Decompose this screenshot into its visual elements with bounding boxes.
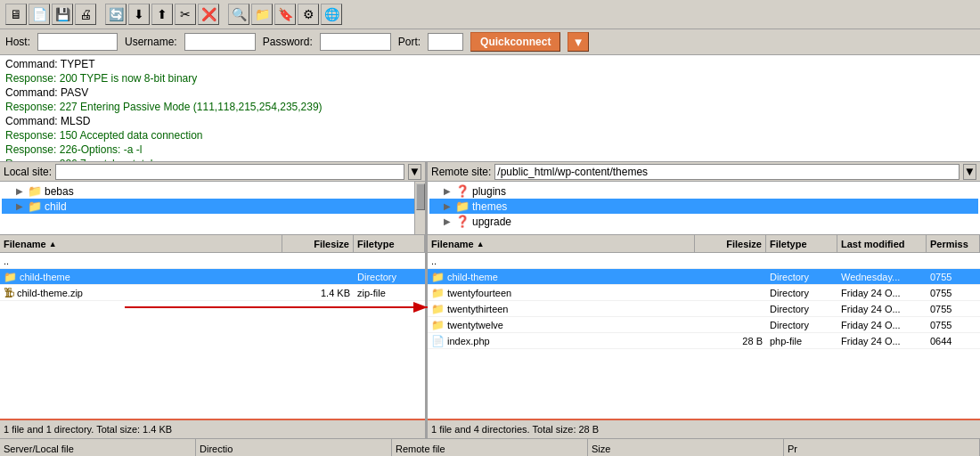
log-line-6: Response: 150 Accepted data connection bbox=[5, 128, 975, 142]
folder-icon: 📁 bbox=[455, 200, 470, 213]
toolbar-btn-up[interactable]: ⬆ bbox=[151, 4, 173, 25]
remote-file-pm: 0755 bbox=[927, 304, 980, 314]
log-area: Command: TYPET Response: 200 TYPE is now… bbox=[0, 55, 980, 162]
local-file-name: .. bbox=[0, 256, 282, 266]
remote-file-name: 📁 twentythirteen bbox=[428, 303, 695, 315]
local-col-filesize[interactable]: Filesize bbox=[282, 235, 354, 252]
host-label: Host: bbox=[5, 36, 30, 48]
toolbar-btn-4[interactable]: 🖨 bbox=[75, 4, 96, 25]
local-file-row-child-theme[interactable]: 📁 child-theme Directory bbox=[0, 269, 425, 285]
folder-icon: 📁 bbox=[431, 271, 445, 283]
local-col-filetype[interactable]: Filetype bbox=[354, 235, 425, 252]
remote-file-name: 📄 index.php bbox=[428, 335, 695, 347]
toolbar-btn-search[interactable]: 🔍 bbox=[228, 4, 249, 25]
remote-file-type: Directory bbox=[766, 320, 837, 330]
remote-file-row-twentytwelve[interactable]: 📁 twentytwelve Directory Friday 24 O... … bbox=[428, 317, 980, 333]
folder-icon: 📁 bbox=[431, 319, 445, 331]
toolbar-btn-stop[interactable]: ❌ bbox=[198, 4, 219, 25]
remote-status: 1 file and 4 directories. Total size: 28… bbox=[428, 419, 980, 438]
local-tree-item-bebas[interactable]: ▶ 📁 bebas bbox=[2, 183, 423, 199]
remote-col-lastmod[interactable]: Last modified bbox=[837, 235, 927, 252]
toolbar-btn-globe[interactable]: 🌐 bbox=[321, 4, 342, 25]
local-tree-item-child[interactable]: ▶ 📁 child bbox=[2, 199, 423, 214]
remote-col-filetype[interactable]: Filetype bbox=[766, 235, 837, 252]
main-area: Local site: ▼ ▶ 📁 bebas ▶ 📁 child Filena… bbox=[0, 162, 980, 438]
host-input[interactable] bbox=[37, 33, 118, 51]
port-input[interactable] bbox=[428, 33, 463, 51]
sort-icon: ▲ bbox=[477, 240, 485, 248]
local-panel: Local site: ▼ ▶ 📁 bebas ▶ 📁 child Filena… bbox=[0, 162, 428, 438]
remote-file-row-child-theme[interactable]: 📁 child-theme Directory Wednesday... 075… bbox=[428, 269, 980, 285]
bottom-col-3: Remote file bbox=[392, 439, 588, 456]
local-status-text: 1 file and 1 directory. Total size: 1.4 … bbox=[4, 424, 172, 435]
remote-file-name: 📁 child-theme bbox=[428, 271, 695, 283]
toolbar-btn-bookmark[interactable]: 🔖 bbox=[274, 4, 296, 25]
toolbar-btn-2[interactable]: 📄 bbox=[29, 4, 50, 25]
toolbar-btn-down[interactable]: ⬇ bbox=[128, 4, 150, 25]
folder-icon: 📁 bbox=[28, 184, 42, 198]
local-col-filename[interactable]: Filename ▲ bbox=[0, 235, 282, 252]
local-file-type: Directory bbox=[354, 272, 425, 282]
zip-icon: 🗜 bbox=[4, 287, 14, 299]
tree-item-label: plugins bbox=[472, 185, 506, 198]
remote-col-perms[interactable]: Permiss bbox=[927, 235, 980, 252]
remote-file-list[interactable]: .. 📁 child-theme Directory Wednesday... … bbox=[428, 253, 980, 419]
password-input[interactable] bbox=[320, 33, 391, 51]
remote-file-row-index-php[interactable]: 📄 index.php 28 B php-file Friday 24 O...… bbox=[428, 333, 980, 349]
local-site-dropdown[interactable]: ▼ bbox=[408, 164, 421, 180]
remote-file-pm: 0755 bbox=[927, 320, 980, 330]
remote-file-lm: Friday 24 O... bbox=[837, 336, 927, 346]
local-status: 1 file and 1 directory. Total size: 1.4 … bbox=[0, 419, 425, 438]
log-line-7: Response: 226-Options: -a -l bbox=[5, 142, 975, 157]
remote-file-pm: 0644 bbox=[927, 336, 980, 346]
quickconnect-dropdown-button[interactable]: ▼ bbox=[568, 32, 588, 52]
toolbar-btn-refresh[interactable]: 🔄 bbox=[105, 4, 127, 25]
toolbar-btn-3[interactable]: 💾 bbox=[52, 4, 73, 25]
expand-arrow: ▶ bbox=[16, 201, 25, 211]
bottom-col-1: Server/Local file bbox=[0, 439, 196, 456]
expand-arrow: ▶ bbox=[444, 216, 453, 226]
local-site-input[interactable] bbox=[55, 164, 404, 180]
local-tree: ▶ 📁 bebas ▶ 📁 child bbox=[0, 182, 425, 235]
local-file-type: zip-file bbox=[354, 288, 425, 298]
remote-file-row-twentythirteen[interactable]: 📁 twentythirteen Directory Friday 24 O..… bbox=[428, 301, 980, 317]
unknown-icon: ❓ bbox=[455, 215, 470, 228]
php-icon: 📄 bbox=[431, 335, 445, 347]
folder-icon: 📁 bbox=[431, 303, 445, 315]
local-tree-scrollbar[interactable] bbox=[414, 182, 425, 234]
remote-tree-item-themes[interactable]: ▶ 📁 themes bbox=[429, 199, 978, 214]
remote-col-filesize[interactable]: Filesize bbox=[695, 235, 766, 252]
remote-file-type: php-file bbox=[766, 336, 837, 346]
local-file-size: 1.4 KB bbox=[282, 288, 354, 298]
bottom-col-4: Size bbox=[588, 439, 784, 456]
remote-file-lm: Friday 24 O... bbox=[837, 320, 927, 330]
toolbar-btn-1[interactable]: 🖥 bbox=[5, 4, 27, 25]
remote-col-filename[interactable]: Filename ▲ bbox=[428, 235, 695, 252]
sort-icon: ▲ bbox=[49, 240, 57, 248]
remote-file-lm: Friday 24 O... bbox=[837, 304, 927, 314]
remote-site-dropdown[interactable]: ▼ bbox=[963, 164, 976, 180]
remote-file-name: .. bbox=[428, 256, 695, 266]
remote-file-type: Directory bbox=[766, 288, 837, 298]
toolbar-btn-cancel[interactable]: ✂ bbox=[175, 4, 196, 25]
toolbar-btn-folder[interactable]: 📁 bbox=[251, 4, 273, 25]
scroll-thumb bbox=[416, 183, 425, 210]
remote-file-name: 📁 twentyfourteen bbox=[428, 287, 695, 299]
local-file-row-parent[interactable]: .. bbox=[0, 253, 425, 269]
local-file-list[interactable]: .. 📁 child-theme Directory 🗜 child-theme… bbox=[0, 253, 425, 419]
toolbar-btn-settings[interactable]: ⚙ bbox=[298, 4, 319, 25]
username-input[interactable] bbox=[184, 33, 256, 51]
local-file-row-child-theme-zip[interactable]: 🗜 child-theme.zip 1.4 KB zip-file bbox=[0, 285, 425, 301]
local-site-label: Local site: bbox=[4, 166, 52, 178]
remote-tree-item-plugins[interactable]: ▶ ❓ plugins bbox=[429, 183, 978, 199]
local-file-header: Filename ▲ Filesize Filetype bbox=[0, 235, 425, 253]
remote-tree-item-upgrade[interactable]: ▶ ❓ upgrade bbox=[429, 214, 978, 229]
remote-file-row-twentyfourteen[interactable]: 📁 twentyfourteen Directory Friday 24 O..… bbox=[428, 285, 980, 301]
local-site-bar: Local site: ▼ bbox=[0, 162, 425, 182]
quickconnect-button[interactable]: Quickconnect bbox=[470, 32, 560, 52]
remote-file-pm: 0755 bbox=[927, 288, 980, 298]
remote-site-input[interactable] bbox=[494, 164, 959, 180]
tree-item-label: child bbox=[45, 200, 67, 213]
log-line-4: Response: 227 Entering Passive Mode (111… bbox=[5, 100, 975, 114]
remote-file-row-parent[interactable]: .. bbox=[428, 253, 980, 269]
